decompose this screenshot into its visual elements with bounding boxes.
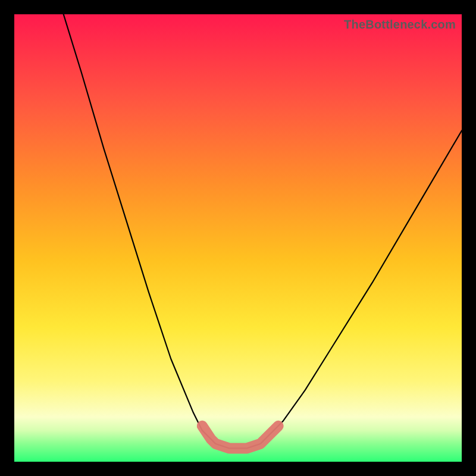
watermark-text: TheBottleneck.com: [344, 18, 456, 32]
bottleneck-curve: [64, 14, 462, 448]
plot-area: TheBottleneck.com: [14, 14, 462, 462]
chart-frame: TheBottleneck.com: [0, 0, 476, 476]
valley-highlight-stroke: [202, 426, 278, 449]
curve-layer: [14, 14, 462, 462]
